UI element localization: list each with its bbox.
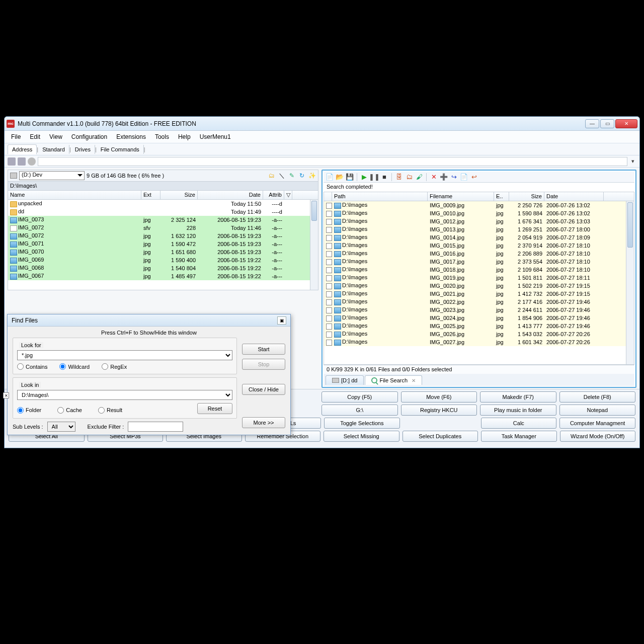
left-path[interactable]: D:\Images\ bbox=[8, 182, 318, 191]
redo-icon[interactable]: ↩ bbox=[470, 173, 478, 181]
nav-go-icon[interactable] bbox=[28, 157, 36, 166]
menu-usermenu1[interactable]: UserMenu1 bbox=[195, 132, 235, 142]
view2-icon[interactable]: 🗂 bbox=[405, 173, 413, 181]
right-col-e[interactable]: E.. bbox=[494, 192, 509, 201]
right-col-filename[interactable]: Filename bbox=[428, 192, 494, 201]
row-checkbox[interactable] bbox=[326, 340, 332, 346]
right-row[interactable]: D:\Images IMG_0016.jpg jpg 2 206 889 200… bbox=[324, 250, 634, 258]
right-row[interactable]: D:\Images IMG_0013.jpg jpg 1 269 251 200… bbox=[324, 225, 634, 233]
right-row[interactable]: D:\Images IMG_0017.jpg jpg 2 373 554 200… bbox=[324, 258, 634, 266]
stop-icon[interactable]: ■ bbox=[380, 173, 388, 181]
move-icon[interactable]: ↪ bbox=[450, 173, 458, 181]
exclude-input[interactable] bbox=[128, 422, 183, 432]
minimize-button[interactable]: — bbox=[585, 119, 599, 128]
right-row[interactable]: D:\Images IMG_0014.jpg jpg 2 054 919 200… bbox=[324, 233, 634, 242]
find-title-bar[interactable]: Find Files ▣ bbox=[8, 314, 290, 327]
close-button[interactable]: ✕ bbox=[615, 119, 637, 128]
look-in-input[interactable]: D:\Images\ bbox=[17, 390, 232, 400]
row-checkbox[interactable] bbox=[326, 299, 332, 305]
row-checkbox[interactable] bbox=[326, 267, 332, 273]
cmd-g--[interactable]: G:\ bbox=[321, 405, 398, 416]
row-checkbox[interactable] bbox=[326, 227, 332, 233]
cmd-registry-hkcu[interactable]: Registry HKCU bbox=[401, 405, 477, 416]
row-checkbox[interactable] bbox=[326, 259, 332, 265]
filter-icon[interactable]: ＼ bbox=[278, 172, 286, 180]
left-row[interactable]: IMG_0073 jpg 2 325 124 2006-08-15 19:23 … bbox=[8, 216, 318, 224]
stop-button[interactable]: Stop bbox=[242, 359, 285, 370]
address-dropdown-icon[interactable]: ▾ bbox=[629, 158, 636, 165]
cmd-notepad[interactable]: Notepad bbox=[559, 405, 636, 416]
left-row[interactable]: IMG_0072 jpg 1 632 120 2006-08-15 19:23 … bbox=[8, 232, 318, 240]
cmd-select-duplicates[interactable]: Select Duplicates bbox=[403, 431, 478, 442]
tooltab-file-commands[interactable]: File Commands bbox=[97, 145, 144, 154]
left-col-ext[interactable]: Ext bbox=[141, 191, 160, 199]
row-checkbox[interactable] bbox=[326, 235, 332, 241]
find-collapse-icon[interactable]: ▣ bbox=[277, 316, 286, 325]
row-checkbox[interactable] bbox=[326, 251, 332, 257]
scope-result[interactable]: Result bbox=[98, 407, 122, 414]
tab-file-search[interactable]: File Search✕ bbox=[365, 375, 422, 385]
tooltab-drives[interactable]: Drives bbox=[71, 145, 95, 154]
left-row[interactable]: IMG_0071 jpg 1 590 472 2006-08-15 19:23 … bbox=[8, 240, 318, 248]
scope-folder[interactable]: Folder bbox=[17, 407, 41, 414]
left-row[interactable]: IMG_0069 jpg 1 590 400 2006-08-15 19:22 … bbox=[8, 256, 318, 264]
right-row[interactable]: D:\Images IMG_0025.jpg jpg 1 413 777 200… bbox=[324, 322, 634, 330]
delete-x-icon[interactable]: ✕ bbox=[430, 173, 438, 181]
right-col-date[interactable]: Date bbox=[544, 192, 604, 201]
row-checkbox[interactable] bbox=[326, 291, 332, 297]
row-checkbox[interactable] bbox=[326, 275, 332, 281]
right-row[interactable]: D:\Images IMG_0018.jpg jpg 2 109 684 200… bbox=[324, 266, 634, 274]
left-col-size[interactable]: Size bbox=[160, 191, 198, 199]
left-row[interactable]: IMG_0070 jpg 1 651 680 2006-08-15 19:23 … bbox=[8, 248, 318, 256]
row-checkbox[interactable] bbox=[326, 324, 332, 330]
tooltab-address[interactable]: Address bbox=[8, 144, 37, 154]
save-icon[interactable]: 💾 bbox=[346, 173, 354, 181]
menu-extensions[interactable]: Extensions bbox=[112, 132, 150, 142]
left-col-name[interactable]: Name bbox=[8, 191, 141, 199]
edit-icon[interactable]: ✎ bbox=[288, 172, 296, 180]
cmd-wizard-mode--on-off-[interactable]: Wizard Mode (On/Off) bbox=[560, 431, 636, 442]
sublevels-select[interactable]: All bbox=[47, 422, 75, 432]
right-row[interactable]: D:\Images IMG_0009.jpg jpg 2 250 726 200… bbox=[324, 201, 634, 209]
left-col-attrib[interactable]: Attrib bbox=[263, 191, 284, 199]
nav-back-icon[interactable] bbox=[8, 157, 16, 166]
left-row[interactable]: dd Today 11:49 ----d bbox=[8, 208, 318, 216]
right-row[interactable]: D:\Images IMG_0023.jpg jpg 2 244 611 200… bbox=[324, 306, 634, 314]
right-row[interactable]: D:\Images IMG_0022.jpg jpg 2 177 416 200… bbox=[324, 298, 634, 306]
cmd-task-manager[interactable]: Task Manager bbox=[481, 431, 557, 442]
look-for-input[interactable]: *.jpg bbox=[17, 350, 232, 360]
right-row[interactable]: D:\Images IMG_0021.jpg jpg 1 412 732 200… bbox=[324, 290, 634, 298]
cmd-play-music-in-folder[interactable]: Play music in folder bbox=[480, 405, 556, 416]
pause-icon[interactable]: ❚❚ bbox=[370, 173, 378, 181]
open-icon[interactable]: 📂 bbox=[336, 173, 344, 181]
refresh-icon[interactable]: ↻ bbox=[298, 172, 306, 180]
cmd-delete--f8-[interactable]: Delete (F8) bbox=[559, 391, 636, 403]
right-row[interactable]: D:\Images IMG_0015.jpg jpg 2 370 914 200… bbox=[324, 242, 634, 250]
left-row[interactable]: IMG_0067 jpg 1 485 497 2006-08-15 19:22 … bbox=[8, 272, 318, 280]
left-row[interactable]: IMG_0068 jpg 1 540 804 2006-08-15 19:22 … bbox=[8, 264, 318, 272]
row-checkbox[interactable] bbox=[326, 203, 332, 209]
right-row[interactable]: D:\Images IMG_0020.jpg jpg 1 502 219 200… bbox=[324, 282, 634, 290]
new-file-icon[interactable]: 📄 bbox=[326, 173, 334, 181]
row-checkbox[interactable] bbox=[326, 283, 332, 289]
nav-fwd-icon[interactable] bbox=[18, 157, 26, 166]
cmd-move--f6-[interactable]: Move (F6) bbox=[401, 391, 477, 403]
row-checkbox[interactable] bbox=[326, 307, 332, 313]
doc-icon[interactable]: 📄 bbox=[460, 173, 468, 181]
menu-edit[interactable]: Edit bbox=[25, 132, 45, 142]
left-scrollbar[interactable] bbox=[310, 200, 318, 290]
tab-close-icon[interactable]: ✕ bbox=[412, 378, 416, 383]
scope-cache[interactable]: Cache bbox=[57, 407, 82, 414]
left-row[interactable]: unpacked Today 11:50 ----d bbox=[8, 200, 318, 208]
menu-configuration[interactable]: Configuration bbox=[67, 132, 112, 142]
menu-help[interactable]: Help bbox=[174, 132, 195, 142]
row-checkbox[interactable] bbox=[326, 315, 332, 321]
cmd-makedir--f7-[interactable]: Makedir (F7) bbox=[480, 391, 556, 403]
start-button[interactable]: Start bbox=[242, 344, 285, 355]
right-row[interactable]: D:\Images IMG_0024.jpg jpg 1 854 906 200… bbox=[324, 314, 634, 322]
tooltab-standard[interactable]: Standard bbox=[38, 145, 69, 154]
match-contains[interactable]: Contains bbox=[17, 363, 47, 370]
right-row[interactable]: D:\Images IMG_0026.jpg jpg 1 543 032 200… bbox=[324, 330, 634, 338]
right-col-size[interactable]: Size bbox=[509, 192, 544, 201]
titlebar[interactable]: mc Multi Commander v1.1.0 (build 778) 64… bbox=[5, 117, 639, 131]
